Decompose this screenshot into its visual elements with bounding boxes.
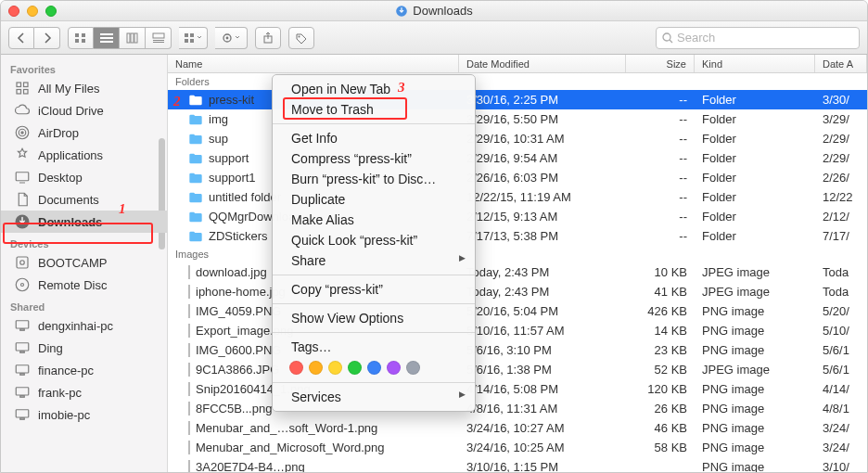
image-file-icon xyxy=(188,343,190,357)
file-row[interactable]: Menubar_and_Microsoft_Word.png3/24/16, 1… xyxy=(168,438,867,457)
file-name: IMG_4059.PNG xyxy=(196,304,282,318)
tag-color[interactable] xyxy=(348,361,362,375)
col-kind[interactable]: Kind xyxy=(695,55,815,72)
svg-point-35 xyxy=(20,261,25,265)
file-name: Menubar_and_…soft_Word-1.png xyxy=(196,421,377,435)
menu-item-move-to-trash[interactable]: Move to Trash xyxy=(273,99,475,120)
sidebar-item-frank-pc[interactable]: frank-pc xyxy=(1,381,167,403)
file-date: 3/29/16, 5:50 PM xyxy=(459,112,626,126)
folder-icon xyxy=(188,230,203,243)
svg-rect-10 xyxy=(134,33,137,43)
menu-item-show-view-options[interactable]: Show View Options xyxy=(273,308,475,328)
sidebar-item-documents[interactable]: Documents xyxy=(1,188,167,211)
menu-item-services[interactable]: Services xyxy=(273,387,475,407)
file-list[interactable]: Folderspress-kit3/30/16, 2:25 PM--Folder… xyxy=(168,73,867,472)
sidebar-item-desktop[interactable]: Desktop xyxy=(1,166,167,188)
file-size: -- xyxy=(626,190,695,204)
image-file-icon xyxy=(188,285,190,299)
coverflow-view-button[interactable] xyxy=(146,27,172,49)
menu-separator xyxy=(273,123,475,124)
sidebar-item-icloud-drive[interactable]: iCloud Drive xyxy=(1,99,167,121)
tag-color[interactable] xyxy=(328,361,342,375)
file-kind: PNG image xyxy=(695,421,815,435)
file-date: 5/6/16, 3:10 PM xyxy=(459,343,626,357)
tags-button[interactable] xyxy=(288,27,314,49)
menu-item-share[interactable]: Share xyxy=(273,250,475,271)
file-date-added: Toda xyxy=(815,285,867,299)
sidebar-item-finance-pc[interactable]: finance-pc xyxy=(1,359,167,381)
menu-item-burn-press-kit-to-disc[interactable]: Burn “press-kit” to Disc… xyxy=(273,169,475,189)
search-input[interactable] xyxy=(677,31,853,45)
tag-color[interactable] xyxy=(367,361,381,375)
sidebar-item-label: dengxinhai-pc xyxy=(38,319,113,333)
col-name[interactable]: Name xyxy=(168,55,459,72)
share-button[interactable] xyxy=(255,27,281,49)
svg-rect-9 xyxy=(131,33,134,43)
file-name: download.jpg xyxy=(196,265,267,279)
arrange-button[interactable] xyxy=(179,27,208,49)
search-field[interactable] xyxy=(656,27,860,49)
sidebar-item-label: Downloads xyxy=(38,215,102,229)
sidebar-item-applications[interactable]: Applications xyxy=(1,144,167,166)
tag-color[interactable] xyxy=(406,361,420,375)
column-view-button[interactable] xyxy=(120,27,146,49)
file-kind: Folder xyxy=(695,190,815,204)
menu-item-make-alias[interactable]: Make Alias xyxy=(273,210,475,230)
file-size: 120 KB xyxy=(626,382,695,396)
col-date-added[interactable]: Date A xyxy=(815,55,867,72)
sidebar-item-downloads[interactable]: Downloads xyxy=(1,211,167,233)
file-date: 4/8/16, 11:31 AM xyxy=(459,402,626,415)
file-date-added: 5/6/1 xyxy=(815,343,867,357)
svg-rect-3 xyxy=(75,39,79,43)
folder-icon xyxy=(188,152,203,165)
menu-item-open-in-new-tab[interactable]: Open in New Tab xyxy=(273,79,475,99)
tag-color[interactable] xyxy=(289,361,303,375)
pc-icon xyxy=(14,362,31,378)
file-kind: Folder xyxy=(695,229,815,243)
context-menu[interactable]: Open in New TabMove to TrashGet InfoComp… xyxy=(272,74,476,412)
list-view-button[interactable] xyxy=(94,27,120,49)
menu-item-compress-press-kit[interactable]: Compress “press-kit” xyxy=(273,148,475,169)
sidebar-item-label: AirDrop xyxy=(38,126,79,140)
file-row[interactable]: Menubar_and_…soft_Word-1.png3/24/16, 10:… xyxy=(168,418,867,438)
titlebar: Downloads xyxy=(1,1,867,21)
col-size[interactable]: Size xyxy=(626,55,695,72)
menu-item-duplicate[interactable]: Duplicate xyxy=(273,189,475,210)
col-date-modified[interactable]: Date Modified xyxy=(459,55,626,72)
sidebar-item-bootcamp[interactable]: BOOTCAMP xyxy=(1,251,167,274)
pc-icon xyxy=(14,339,31,356)
file-name: Menubar_and_Microsoft_Word.png xyxy=(196,441,385,454)
file-size: 26 KB xyxy=(626,402,695,415)
tag-color[interactable] xyxy=(387,361,401,375)
svg-rect-15 xyxy=(190,33,194,37)
svg-rect-40 xyxy=(16,343,29,351)
menu-item-quick-look-press-kit[interactable]: Quick Look “press-kit” xyxy=(273,230,475,250)
tag-color[interactable] xyxy=(309,361,323,375)
image-file-icon xyxy=(188,402,190,415)
svg-rect-5 xyxy=(100,33,113,35)
sidebar-item-dengxinhai-pc[interactable]: dengxinhai-pc xyxy=(1,314,167,337)
back-button[interactable] xyxy=(8,27,34,49)
file-date-added: 4/8/1 xyxy=(815,402,867,415)
sidebar-item-label: All My Files xyxy=(38,82,99,96)
file-date: 2/29/16, 10:31 AM xyxy=(459,132,626,146)
action-button[interactable] xyxy=(215,27,248,49)
sidebar-item-ding[interactable]: Ding xyxy=(1,337,167,359)
menu-item-get-info[interactable]: Get Info xyxy=(273,128,475,148)
sidebar-item-airdrop[interactable]: AirDrop xyxy=(1,121,167,144)
menu-item-copy-press-kit[interactable]: Copy “press-kit” xyxy=(273,279,475,300)
svg-point-22 xyxy=(663,33,670,41)
file-name: ZDStickers xyxy=(209,229,268,243)
image-file-icon xyxy=(188,382,190,396)
menu-item-tags[interactable]: Tags… xyxy=(273,337,475,357)
forward-button[interactable] xyxy=(34,27,60,49)
sidebar-item-remote-disc[interactable]: Remote Disc xyxy=(1,274,167,296)
sidebar-item-all-my-files[interactable]: All My Files xyxy=(1,77,167,99)
icon-view-button[interactable] xyxy=(68,27,94,49)
file-kind: PNG image xyxy=(695,441,815,454)
file-row[interactable]: 3A20E7D4-B4…png3/10/16, 1:15 PMPNG image… xyxy=(168,457,867,472)
all-icon xyxy=(14,80,31,96)
sidebar-item-imobie-pc[interactable]: imobie-pc xyxy=(1,403,167,426)
file-size: -- xyxy=(626,229,695,243)
file-kind: PNG image xyxy=(695,304,815,318)
